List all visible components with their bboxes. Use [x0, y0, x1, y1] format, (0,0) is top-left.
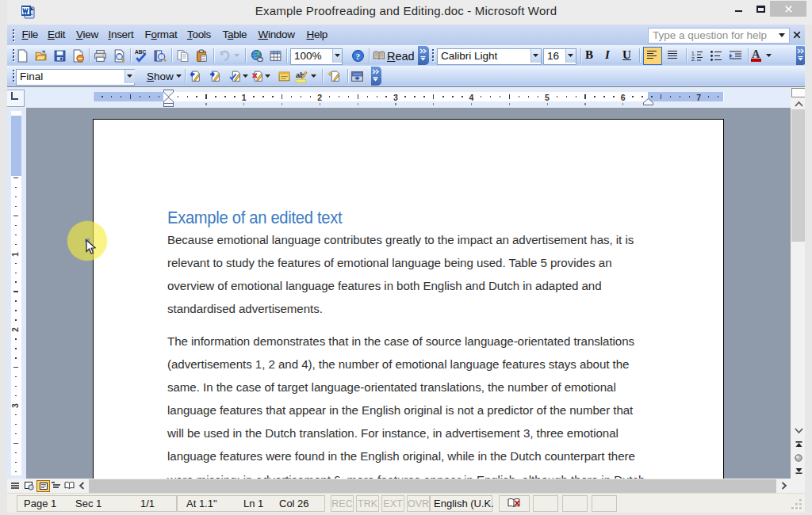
svg-text:2.: 2. [691, 55, 696, 61]
svg-text:?: ? [355, 51, 360, 60]
